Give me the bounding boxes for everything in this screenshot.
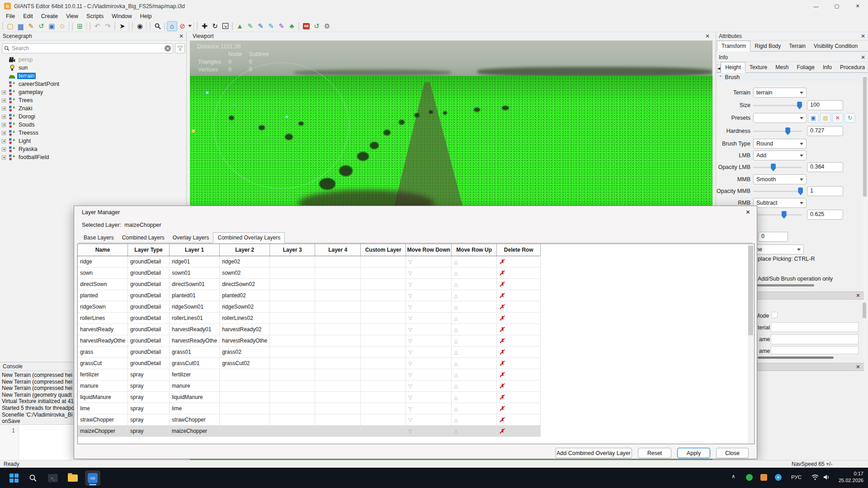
- move-row-down-button[interactable]: ▽: [406, 335, 452, 346]
- delete-row-button[interactable]: ✗: [497, 278, 541, 290]
- tree-item-Ryaska[interactable]: Ryaska: [0, 145, 187, 153]
- opacity-rmb-input[interactable]: 0.625: [807, 210, 843, 220]
- move-row-down-button[interactable]: ▽: [406, 391, 452, 403]
- table-row[interactable]: plantedgroundDetailplanted01planted02▽△✗: [78, 290, 541, 301]
- terrain-info-icon[interactable]: ✎: [266, 21, 276, 31]
- expand-icon[interactable]: [2, 131, 6, 135]
- info-tab-height[interactable]: Height: [721, 62, 745, 73]
- taskbar-search-button[interactable]: [25, 470, 41, 486]
- mmb-dropdown[interactable]: Smooth: [753, 174, 807, 184]
- delete-row-button[interactable]: ✗: [497, 414, 541, 425]
- name-input[interactable]: [771, 334, 859, 344]
- edit-scene-icon[interactable]: ✎: [26, 21, 36, 31]
- table-row[interactable]: fertilizersprayfertilizer▽△✗: [78, 369, 541, 380]
- add-combined-overlay-layer-button[interactable]: Add Combined Overlay Layer: [555, 448, 632, 458]
- scale-tool-icon[interactable]: ↘: [220, 21, 231, 31]
- delete-row-button[interactable]: ✗: [497, 425, 541, 436]
- terrain-dropdown[interactable]: terrain: [753, 88, 807, 98]
- layer-tab-combined-overlay-layers[interactable]: Combined Overlay Layers: [213, 232, 285, 243]
- foliage-panel-close-icon[interactable]: ✕: [856, 292, 864, 299]
- attributes-close-icon[interactable]: ✕: [861, 33, 865, 39]
- table-row[interactable]: rollerLinesgroundDetailrollerLines01roll…: [78, 312, 541, 324]
- info-tab-texture[interactable]: Texture: [745, 62, 771, 72]
- table-row[interactable]: ridgegroundDetailridge01ridge02▽△✗: [78, 256, 541, 267]
- delete-row-button[interactable]: ✗: [497, 403, 541, 414]
- delete-row-button[interactable]: ✗: [497, 346, 541, 357]
- material-panel-hscrollbar[interactable]: [758, 357, 834, 359]
- move-row-down-button[interactable]: ▽: [406, 324, 452, 335]
- move-row-up-button[interactable]: △: [452, 391, 497, 403]
- table-row[interactable]: grassgroundDetailgrass01grass02▽△✗: [78, 346, 541, 357]
- move-row-up-button[interactable]: △: [452, 301, 497, 312]
- opacity-lmb-input[interactable]: 0.364: [807, 162, 843, 172]
- move-row-up-button[interactable]: △: [452, 425, 497, 436]
- tray-telegram-icon[interactable]: ➤: [775, 474, 782, 481]
- layer-table-scrollbar[interactable]: [748, 244, 754, 444]
- settings-gears-icon[interactable]: ⚙: [322, 21, 332, 31]
- attributes-hscrollbar[interactable]: [756, 284, 814, 286]
- delete-row-button[interactable]: ✗: [497, 380, 541, 391]
- tree-item-Souds[interactable]: Souds: [0, 121, 187, 129]
- table-row[interactable]: manurespraymanure▽△✗: [78, 380, 541, 391]
- delete-row-button[interactable]: ✗: [497, 357, 541, 369]
- search-input[interactable]: Search ✕: [2, 43, 173, 53]
- menu-edit[interactable]: Edit: [19, 13, 37, 19]
- preset-save-icon[interactable]: ▣: [808, 113, 819, 123]
- info-scroll-left-icon[interactable]: ◀: [717, 64, 721, 72]
- tray-app-icon[interactable]: [760, 474, 767, 481]
- table-row[interactable]: ridgeSowngroundDetailridgeSown01ridgeSow…: [78, 301, 541, 312]
- table-row[interactable]: maizeChopperspraymaizeChopper▽△✗: [78, 425, 541, 436]
- scenegraph-close-icon[interactable]: ✕: [179, 33, 184, 39]
- delete-row-button[interactable]: ✗: [497, 391, 541, 403]
- move-row-up-button[interactable]: △: [452, 380, 497, 391]
- move-row-down-button[interactable]: ▽: [406, 290, 452, 301]
- table-row[interactable]: limespraylime▽△✗: [78, 403, 541, 414]
- terrain-paint-icon[interactable]: ✎: [245, 21, 255, 31]
- layer-tab-combined-layers[interactable]: Combined Layers: [118, 233, 169, 243]
- undo-icon[interactable]: ↶: [92, 21, 103, 31]
- export-icon[interactable]: ✩: [57, 21, 67, 31]
- table-row[interactable]: liquidManuresprayliquidManure▽△✗: [78, 391, 541, 403]
- expand-icon[interactable]: [2, 155, 6, 160]
- speaker-icon[interactable]: [823, 474, 830, 482]
- move-row-up-button[interactable]: △: [452, 324, 497, 335]
- rmb-dropdown[interactable]: Subtract: [753, 198, 807, 208]
- tree-item-footballField[interactable]: footballField: [0, 153, 187, 161]
- hardness-slider[interactable]: [753, 127, 802, 135]
- search-clear-icon[interactable]: ✕: [165, 45, 171, 52]
- taskbar-clock[interactable]: 0:17 25.02.2026: [839, 470, 863, 484]
- attributes-tab-visibility-condition[interactable]: Visibility Condition: [810, 41, 862, 51]
- language-indicator[interactable]: РУС: [791, 474, 802, 480]
- table-row[interactable]: harvestReadyOthegroundDetailharvestReady…: [78, 335, 541, 346]
- table-row[interactable]: sowngroundDetailsown01sown02▽△✗: [78, 267, 541, 278]
- zoom-tool-icon[interactable]: [152, 21, 163, 31]
- tree-item-careerStartPoint[interactable]: careerStartPoint: [0, 80, 187, 88]
- reload-icon[interactable]: ↺: [36, 21, 47, 31]
- maximize-button[interactable]: ▢: [826, 0, 847, 12]
- attributes-tab-terrain[interactable]: Terrain: [785, 41, 810, 51]
- expand-icon[interactable]: [2, 99, 6, 103]
- delete-row-button[interactable]: ✗: [497, 256, 541, 267]
- expand-icon[interactable]: [2, 139, 6, 143]
- terrain-foliage-icon[interactable]: ✎: [276, 21, 287, 31]
- expand-icon[interactable]: [2, 147, 6, 151]
- move-row-down-button[interactable]: ▽: [406, 369, 452, 380]
- attributes-tab-rigid-body[interactable]: Rigid Body: [750, 41, 785, 51]
- tree-item-Dorogi[interactable]: Dorogi: [0, 113, 187, 121]
- delete-row-button[interactable]: ✗: [497, 301, 541, 312]
- translate-tool-icon[interactable]: ✚: [199, 21, 210, 31]
- apply-button[interactable]: Apply: [677, 448, 710, 458]
- expand-icon[interactable]: [2, 107, 6, 111]
- lmb-dropdown[interactable]: Add: [753, 150, 807, 160]
- hardness-input[interactable]: 0.727: [807, 126, 843, 136]
- move-row-down-button[interactable]: ▽: [406, 403, 452, 414]
- taskbar-active-app-button[interactable]: GE: [85, 470, 100, 486]
- move-row-up-button[interactable]: △: [452, 369, 497, 380]
- bottom-panel-scrollbar[interactable]: [863, 302, 866, 358]
- delete-row-button[interactable]: ✗: [497, 369, 541, 380]
- move-row-down-button[interactable]: ▽: [406, 256, 452, 267]
- move-row-down-button[interactable]: ▽: [406, 346, 452, 357]
- move-row-down-button[interactable]: ▽: [406, 414, 452, 425]
- close-button[interactable]: Close: [716, 448, 749, 458]
- info-tab-foliage[interactable]: Foliage: [793, 62, 819, 72]
